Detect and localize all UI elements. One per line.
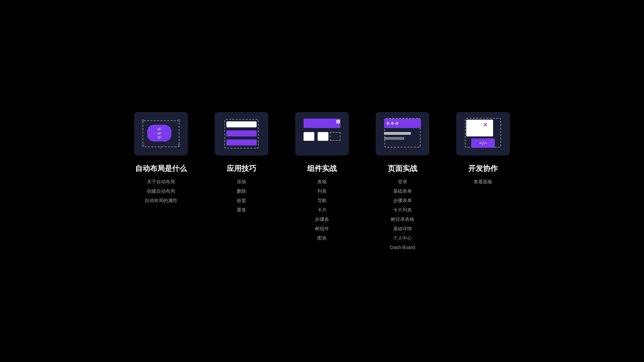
arrow-down-icon: ↓: [160, 144, 162, 149]
link-add[interactable]: 添加: [237, 179, 246, 185]
column4-links: 登录 基础表单 步骤表单 卡片列表 树目录表格 基础详情 个人中心 Dash B…: [390, 179, 415, 250]
purple-pill: gogogo: [147, 125, 171, 141]
column1-title: 自动布局是什么: [135, 164, 187, 174]
card5-illustration: ✕ </>: [461, 117, 505, 150]
column2-links: 添加 删除 嵌套 重复: [237, 179, 246, 213]
card-auto-layout: gogogo ↓: [134, 112, 188, 156]
column5-title: 开发协作: [468, 164, 498, 174]
dev-x-icon: ✕: [483, 122, 487, 128]
bar-purple2: [226, 139, 257, 145]
column4-title: 页面实战: [388, 164, 417, 174]
card2-illustration: [221, 119, 262, 149]
link-dashboard[interactable]: Dash Board: [390, 245, 415, 250]
corner-br: [178, 144, 180, 146]
comp-header-bar: [304, 119, 340, 128]
card-dev: ✕ </>: [456, 112, 510, 156]
column-component-battle: × 组件实战 表格 列表 导航 卡片 步骤条 树组件 图表: [292, 112, 352, 241]
main-container: gogogo ↓ 自动布局是什么 关于自动布局 创建自动布局 自动布局的属性 应…: [131, 112, 513, 250]
card1-illustration: gogogo ↓: [141, 119, 181, 149]
column-page-battle: 页面实战 登录 基础表单 步骤表单 卡片列表 树目录表格 基础详情 个人中心 D…: [372, 112, 433, 250]
comp-close-btn: ×: [336, 120, 340, 124]
link-view-panel[interactable]: 查看面板: [474, 179, 492, 185]
card4-illustration: [381, 117, 424, 150]
link-create-auto-layout[interactable]: 创建自动布局: [147, 188, 175, 194]
card-page: [376, 112, 429, 156]
pill-text: gogogo: [158, 127, 161, 139]
dev-white-box: [466, 120, 493, 136]
link-profile[interactable]: 个人中心: [393, 235, 412, 241]
link-card-list[interactable]: 卡片列表: [393, 207, 412, 213]
link-login[interactable]: 登录: [398, 179, 407, 185]
column3-title: 组件实战: [307, 164, 337, 174]
column-dev-cooperation: ✕ </> 开发协作 查看面板: [453, 112, 513, 185]
link-list[interactable]: 列表: [317, 188, 327, 194]
column3-links: 表格 列表 导航 卡片 步骤条 树组件 图表: [315, 179, 329, 241]
dot1: [387, 122, 389, 125]
corner-tl: [142, 120, 144, 122]
bar-white: [226, 121, 257, 127]
corner-bl: [142, 144, 144, 146]
column-auto-layout: gogogo ↓ 自动布局是什么 关于自动布局 创建自动布局 自动布局的属性: [131, 112, 191, 204]
link-table[interactable]: 表格: [317, 179, 327, 185]
card3-illustration: ×: [300, 117, 344, 150]
column2-title: 应用技巧: [227, 164, 256, 174]
link-basic-form[interactable]: 基础表单: [393, 188, 412, 194]
link-nav[interactable]: 导航: [317, 198, 327, 204]
comp-dashed-box: [330, 132, 340, 141]
dev-code-box: </>: [471, 138, 495, 148]
dev-code-text: </>: [479, 141, 487, 145]
link-card[interactable]: 卡片: [317, 207, 327, 213]
page-topbar: [384, 119, 421, 128]
comp-box2: [318, 132, 328, 141]
dot2: [391, 122, 394, 125]
card-component: ×: [295, 112, 349, 156]
link-auto-layout-props[interactable]: 自动布局的属性: [145, 198, 177, 204]
link-nest[interactable]: 嵌套: [237, 198, 246, 204]
link-step-form[interactable]: 步骤表单: [393, 198, 412, 204]
link-tree[interactable]: 树组件: [315, 226, 329, 232]
link-delete[interactable]: 删除: [237, 188, 246, 194]
link-repeat[interactable]: 重复: [237, 207, 246, 213]
link-chart[interactable]: 图表: [317, 235, 327, 241]
link-basic-detail[interactable]: 基础详情: [393, 226, 412, 232]
column1-links: 关于自动布局 创建自动布局 自动布局的属性: [145, 179, 177, 204]
bar-purple1: [226, 130, 257, 136]
link-about-auto-layout[interactable]: 关于自动布局: [147, 179, 175, 185]
link-steps[interactable]: 步骤条: [315, 217, 329, 223]
link-tree-table[interactable]: 树目录表格: [391, 217, 414, 223]
comp-box1: [304, 132, 314, 141]
page-line2: [384, 137, 404, 140]
dot3: [395, 122, 398, 125]
column-apply-tricks: 应用技巧 添加 删除 嵌套 重复: [211, 112, 272, 213]
column5-links: 查看面板: [474, 179, 492, 185]
corner-tr: [178, 120, 180, 122]
page-line1: [384, 132, 411, 135]
card-apply-tricks: [215, 112, 268, 156]
